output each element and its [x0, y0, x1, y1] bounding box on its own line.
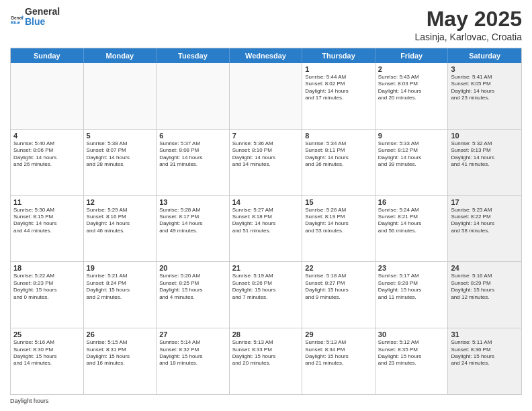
- cell-text: Sunrise: 5:38 AM Sunset: 8:07 PM Dayligh…: [87, 140, 154, 169]
- day-number: 26: [87, 330, 154, 338]
- day-number: 28: [232, 330, 300, 338]
- calendar-cell: 2Sunrise: 5:43 AM Sunset: 8:03 PM Daylig…: [375, 63, 449, 129]
- day-number: 25: [13, 330, 81, 338]
- cell-text: Sunrise: 5:16 AM Sunset: 8:29 PM Dayligh…: [451, 273, 519, 301]
- calendar-cell: 7Sunrise: 5:36 AM Sunset: 8:10 PM Daylig…: [230, 130, 303, 195]
- calendar-cell: [11, 63, 84, 129]
- day-name-wednesday: Wednesday: [230, 48, 303, 63]
- cell-text: Sunrise: 5:11 AM Sunset: 8:36 PM Dayligh…: [451, 339, 519, 367]
- day-number: 15: [305, 198, 372, 206]
- day-number: 19: [87, 264, 154, 272]
- calendar-cell: [230, 63, 303, 129]
- calendar-cell: 15Sunrise: 5:26 AM Sunset: 8:19 PM Dayli…: [302, 196, 375, 262]
- cell-text: Sunrise: 5:13 AM Sunset: 8:34 PM Dayligh…: [305, 339, 372, 367]
- calendar-cell: 4Sunrise: 5:40 AM Sunset: 8:06 PM Daylig…: [11, 130, 84, 195]
- day-number: 1: [305, 65, 372, 73]
- calendar-cell: 9Sunrise: 5:33 AM Sunset: 8:12 PM Daylig…: [375, 130, 449, 195]
- day-name-monday: Monday: [84, 48, 157, 63]
- calendar-body: 1Sunrise: 5:44 AM Sunset: 8:02 PM Daylig…: [11, 63, 521, 394]
- day-number: 17: [451, 198, 519, 206]
- day-number: 27: [159, 330, 226, 338]
- calendar-cell: 5Sunrise: 5:38 AM Sunset: 8:07 PM Daylig…: [84, 130, 157, 195]
- calendar-cell: 1Sunrise: 5:44 AM Sunset: 8:02 PM Daylig…: [302, 63, 375, 129]
- calendar-cell: 21Sunrise: 5:19 AM Sunset: 8:26 PM Dayli…: [230, 262, 303, 328]
- logo-text-block: General Blue: [25, 7, 60, 28]
- page-subtitle: Lasinja, Karlovac, Croatia: [414, 32, 522, 42]
- day-number: 22: [305, 264, 372, 272]
- calendar-cell: 25Sunrise: 5:16 AM Sunset: 8:30 PM Dayli…: [11, 328, 84, 394]
- day-name-tuesday: Tuesday: [157, 48, 230, 63]
- cell-text: Sunrise: 5:18 AM Sunset: 8:27 PM Dayligh…: [305, 273, 372, 301]
- daylight-label: Daylight hours: [10, 398, 49, 404]
- logo: General Blue General Blue: [10, 7, 60, 32]
- day-number: 13: [159, 198, 226, 206]
- day-number: 18: [13, 264, 81, 272]
- calendar-cell: 27Sunrise: 5:14 AM Sunset: 8:32 PM Dayli…: [157, 328, 230, 394]
- cell-text: Sunrise: 5:33 AM Sunset: 8:12 PM Dayligh…: [378, 140, 445, 169]
- cell-text: Sunrise: 5:28 AM Sunset: 8:17 PM Dayligh…: [159, 207, 226, 235]
- day-number: 9: [378, 132, 445, 140]
- calendar-cell: [157, 63, 230, 129]
- calendar-row-4: 18Sunrise: 5:22 AM Sunset: 8:23 PM Dayli…: [11, 262, 521, 328]
- day-number: 14: [232, 198, 300, 206]
- day-number: 16: [378, 198, 445, 206]
- day-number: 8: [305, 132, 372, 140]
- footer: Daylight hours: [10, 398, 522, 404]
- calendar-cell: 19Sunrise: 5:21 AM Sunset: 8:24 PM Dayli…: [84, 262, 157, 328]
- cell-text: Sunrise: 5:36 AM Sunset: 8:10 PM Dayligh…: [232, 140, 300, 169]
- day-number: 29: [305, 330, 372, 338]
- calendar-cell: 14Sunrise: 5:27 AM Sunset: 8:18 PM Dayli…: [230, 196, 303, 262]
- calendar: SundayMondayTuesdayWednesdayThursdayFrid…: [10, 48, 522, 395]
- cell-text: Sunrise: 5:40 AM Sunset: 8:06 PM Dayligh…: [13, 140, 81, 169]
- header: General Blue General Blue May 2025 Lasin…: [10, 7, 522, 42]
- cell-text: Sunrise: 5:23 AM Sunset: 8:22 PM Dayligh…: [451, 207, 519, 235]
- cell-text: Sunrise: 5:16 AM Sunset: 8:30 PM Dayligh…: [13, 339, 81, 367]
- calendar-cell: 17Sunrise: 5:23 AM Sunset: 8:22 PM Dayli…: [448, 196, 521, 262]
- calendar-cell: 30Sunrise: 5:12 AM Sunset: 8:35 PM Dayli…: [375, 328, 449, 394]
- calendar-cell: 31Sunrise: 5:11 AM Sunset: 8:36 PM Dayli…: [448, 328, 521, 394]
- calendar-row-5: 25Sunrise: 5:16 AM Sunset: 8:30 PM Dayli…: [11, 328, 521, 394]
- cell-text: Sunrise: 5:24 AM Sunset: 8:21 PM Dayligh…: [378, 207, 445, 235]
- calendar-row-3: 11Sunrise: 5:30 AM Sunset: 8:15 PM Dayli…: [11, 196, 521, 263]
- day-number: 30: [378, 330, 445, 338]
- cell-text: Sunrise: 5:34 AM Sunset: 8:11 PM Dayligh…: [305, 140, 372, 169]
- calendar-cell: 12Sunrise: 5:29 AM Sunset: 8:16 PM Dayli…: [84, 196, 157, 262]
- calendar-cell: 13Sunrise: 5:28 AM Sunset: 8:17 PM Dayli…: [157, 196, 230, 262]
- calendar-cell: 23Sunrise: 5:17 AM Sunset: 8:28 PM Dayli…: [375, 262, 449, 328]
- day-number: 2: [378, 65, 445, 73]
- cell-text: Sunrise: 5:22 AM Sunset: 8:23 PM Dayligh…: [13, 273, 81, 301]
- calendar-row-2: 4Sunrise: 5:40 AM Sunset: 8:06 PM Daylig…: [11, 130, 521, 196]
- day-number: 4: [13, 132, 81, 140]
- day-number: 21: [232, 264, 300, 272]
- cell-text: Sunrise: 5:44 AM Sunset: 8:02 PM Dayligh…: [305, 74, 372, 102]
- calendar-cell: 3Sunrise: 5:41 AM Sunset: 8:05 PM Daylig…: [448, 63, 521, 129]
- cell-text: Sunrise: 5:29 AM Sunset: 8:16 PM Dayligh…: [87, 207, 154, 235]
- day-number: 3: [451, 65, 519, 73]
- day-number: 31: [451, 330, 519, 338]
- calendar-cell: 22Sunrise: 5:18 AM Sunset: 8:27 PM Dayli…: [302, 262, 375, 328]
- cell-text: Sunrise: 5:30 AM Sunset: 8:15 PM Dayligh…: [13, 207, 81, 235]
- cell-text: Sunrise: 5:14 AM Sunset: 8:32 PM Dayligh…: [159, 339, 226, 367]
- calendar-cell: [84, 63, 157, 129]
- logo-blue: Blue: [25, 16, 45, 27]
- cell-text: Sunrise: 5:32 AM Sunset: 8:13 PM Dayligh…: [451, 140, 519, 169]
- calendar-row-1: 1Sunrise: 5:44 AM Sunset: 8:02 PM Daylig…: [11, 63, 521, 130]
- calendar-cell: 16Sunrise: 5:24 AM Sunset: 8:21 PM Dayli…: [375, 196, 449, 262]
- day-number: 12: [87, 198, 154, 206]
- cell-text: Sunrise: 5:15 AM Sunset: 8:31 PM Dayligh…: [87, 339, 154, 367]
- svg-text:Blue: Blue: [11, 20, 20, 25]
- day-name-sunday: Sunday: [11, 48, 84, 63]
- calendar-cell: 10Sunrise: 5:32 AM Sunset: 8:13 PM Dayli…: [448, 130, 521, 195]
- calendar-cell: 24Sunrise: 5:16 AM Sunset: 8:29 PM Dayli…: [448, 262, 521, 328]
- logo-general: General: [25, 6, 60, 17]
- cell-text: Sunrise: 5:12 AM Sunset: 8:35 PM Dayligh…: [378, 339, 445, 367]
- cell-text: Sunrise: 5:37 AM Sunset: 8:08 PM Dayligh…: [159, 140, 226, 169]
- page: General Blue General Blue May 2025 Lasin…: [0, 0, 532, 411]
- day-number: 11: [13, 198, 81, 206]
- cell-text: Sunrise: 5:19 AM Sunset: 8:26 PM Dayligh…: [232, 273, 300, 301]
- day-name-friday: Friday: [375, 48, 449, 63]
- day-name-saturday: Saturday: [448, 48, 521, 63]
- calendar-cell: 28Sunrise: 5:13 AM Sunset: 8:33 PM Dayli…: [230, 328, 303, 394]
- day-name-thursday: Thursday: [302, 48, 375, 63]
- calendar-cell: 26Sunrise: 5:15 AM Sunset: 8:31 PM Dayli…: [84, 328, 157, 394]
